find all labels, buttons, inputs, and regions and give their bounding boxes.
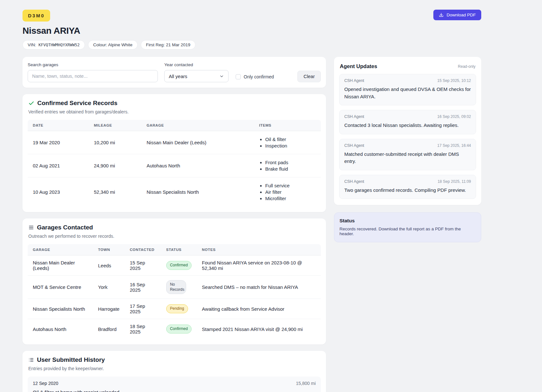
chevron-down-icon [219,74,224,79]
only-confirmed-checkbox[interactable] [236,74,241,79]
column-header-contacted: Contacted [125,244,161,255]
garages-contacted-title: Garages Contacted [37,224,93,231]
vin-label: VIN: [28,42,36,47]
record-items: Full service Air filter Microfilter [254,177,321,207]
status-card: Status Records recovered. Download the f… [334,212,481,242]
year-select[interactable]: All years [164,70,229,82]
update-timestamp: 17 Sep 2025, 16:44 [437,143,471,148]
record-items: Oil & filter Inspection [254,131,321,154]
garages-contacted-subtitle: Outreach we performed to recover records… [28,234,321,239]
garage-notes: Awaiting callback from Service Advisor [197,299,321,319]
table-header-row: Garage Town Contacted Status Notes [28,244,321,255]
record-mileage: 10,200 mi [89,131,141,154]
update-timestamp: 16 Sep 2025, 09:02 [437,114,471,119]
search-label: Search garages [28,62,158,67]
confirmed-records-subtitle: Verified entries we obtained from garage… [28,109,321,114]
column-header-items: Items [254,120,321,131]
year-field-group: Year contacted All years [164,62,229,82]
garage-town: Leeds [93,255,125,276]
record-item: Brake fluid [265,166,316,172]
confirmed-records-card: Confirmed Service Records Verified entri… [23,94,326,212]
column-header-garage: Garage [28,244,93,255]
table-row: MOT & Service Centre York 16 Sep 2025 No… [28,276,321,299]
record-date: 02 Aug 2021 [28,154,89,177]
column-header-status: Status [161,244,197,255]
garage-name: MOT & Service Centre [28,276,93,299]
status-title: Status [339,218,476,224]
record-date: 19 Mar 2020 [28,131,89,154]
agent-name: CSH Agent [344,78,364,83]
table-header-row: Date Mileage Garage Items [28,120,321,131]
side-column: Agent Updates Read-only CSH Agent 15 Sep… [334,57,481,242]
download-pdf-button[interactable]: Download PDF [433,10,481,20]
check-icon [28,100,34,106]
status-badge: No Records [166,280,186,294]
column-header-garage: Garage [141,120,254,131]
garage-town: Bradford [93,319,125,339]
vin-value: KFVQTHWMHQYXRWW52 [39,42,80,47]
header: D3M0 Nissan ARIYA VIN: KFVQTHWMHQYXRWW52… [23,10,481,49]
clear-button[interactable]: Clear [297,71,321,82]
record-items: Front pads Brake fluid [254,154,321,177]
table-row: 19 Mar 2020 10,200 mi Nissan Main Dealer… [28,131,321,154]
history-entry: 12 Sep 2020 15,800 mi Oil & filter at ho… [28,377,321,392]
record-item: Front pads [265,160,316,165]
garages-contacted-table: Garage Town Contacted Status Notes Nissa… [28,244,321,339]
readonly-label: Read-only [458,64,475,69]
download-icon [439,13,444,17]
agent-name: CSH Agent [344,179,364,184]
record-mileage: 24,900 mi [89,154,141,177]
confirmed-records-title: Confirmed Service Records [37,100,117,107]
search-field-group: Search garages [28,62,158,82]
search-input[interactable] [28,70,158,82]
record-item: Air filter [265,189,316,195]
status-message: Records recovered. Download the full rep… [339,227,476,236]
user-history-title: User Submitted History [37,356,105,363]
history-entry-mileage: 15,800 mi [296,381,316,386]
colour-chip: Colour: Alpine White [88,40,138,49]
status-badge: Pending [166,304,188,313]
garage-name: Nissan Specialists North [28,299,93,319]
column-header-date: Date [28,120,89,131]
only-confirmed-label: Only confirmed [244,74,274,79]
year-select-value: All years [169,74,187,79]
garage-notes: Searched DMS – no match for Nissan ARIYA [197,276,321,299]
garage-status-cell: Confirmed [161,255,197,276]
record-garage: Nissan Specialists North [141,177,254,207]
vehicle-chips: VIN: KFVQTHWMHQYXRWW52 Colour: Alpine Wh… [23,40,195,49]
garage-name: Nissan Main Dealer (Leeds) [28,255,93,276]
list-icon [28,357,34,363]
agent-update-item: CSH Agent 17 Sep 2025, 16:44 Matched cus… [339,139,476,170]
garage-name: Autohaus North [28,319,93,339]
column-header-town: Town [93,244,125,255]
garage-town: Harrogate [93,299,125,319]
record-garage: Nissan Main Dealer (Leeds) [141,131,254,154]
record-item: Full service [265,183,316,188]
record-garage: Autohaus North [141,154,254,177]
record-item: Inspection [265,143,316,148]
column-header-mileage: Mileage [89,120,141,131]
table-row: 10 Aug 2023 52,340 mi Nissan Specialists… [28,177,321,207]
garage-status-cell: Pending [161,299,197,319]
filter-card: Search garages Year contacted All years [23,57,326,88]
garage-town: York [93,276,125,299]
user-history-subtitle: Entries provided by the keeper/owner. [28,366,321,371]
agent-updates-title: Agent Updates [340,63,377,69]
table-row: Nissan Main Dealer (Leeds) Leeds 15 Sep … [28,255,321,276]
agent-update-item: CSH Agent 18 Sep 2025, 11:09 Two garages… [339,175,476,199]
table-row: Autohaus North Bradford 18 Sep 2025 Conf… [28,319,321,339]
garage-contacted-date: 18 Sep 2025 [125,319,161,339]
vin-chip: VIN: KFVQTHWMHQYXRWW52 [23,40,85,49]
demo-badge: D3M0 [23,10,50,22]
record-mileage: 52,340 mi [89,177,141,207]
garage-notes: Stamped 2021 Nissan ARIYA visit @ 24,900… [197,319,321,339]
record-item: Oil & filter [265,137,316,142]
status-badge: Confirmed [166,325,192,334]
garage-status-cell: No Records [161,276,197,299]
page: D3M0 Nissan ARIYA VIN: KFVQTHWMHQYXRWW52… [23,0,481,392]
garage-notes: Found Nissan ARIYA service on 2023-08-10… [197,255,321,276]
user-history-card: User Submitted History Entries provided … [23,351,326,392]
agent-update-item: CSH Agent 15 Sep 2025, 10:12 Opened inve… [339,74,476,105]
update-message: Two garages confirmed records. Compiling… [344,187,471,194]
header-left: D3M0 Nissan ARIYA VIN: KFVQTHWMHQYXRWW52… [23,10,195,49]
